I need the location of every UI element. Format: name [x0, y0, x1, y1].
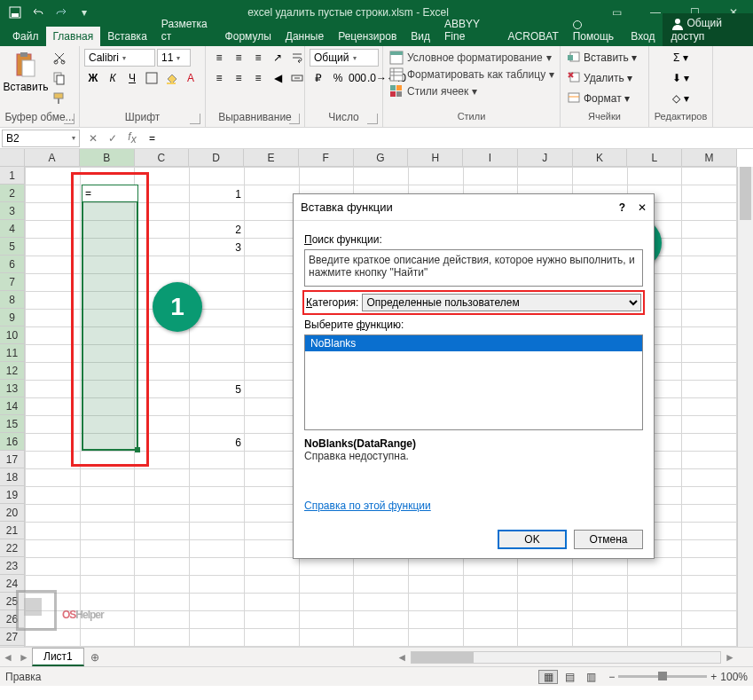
- cell[interactable]: [244, 203, 299, 221]
- cell[interactable]: [135, 594, 190, 611]
- tab-share[interactable]: Общий доступ: [663, 13, 753, 46]
- cell[interactable]: [189, 505, 244, 523]
- cell[interactable]: 5: [189, 381, 244, 398]
- cell[interactable]: [244, 434, 299, 452]
- currency-icon[interactable]: ₽: [310, 69, 327, 87]
- insert-cells-button[interactable]: Вставить ▾: [565, 49, 639, 67]
- copy-icon[interactable]: [51, 69, 68, 87]
- cell-styles-button[interactable]: Стили ячеек ▾: [389, 84, 477, 98]
- cell[interactable]: [682, 185, 737, 203]
- cell[interactable]: [135, 558, 190, 576]
- normal-view-icon[interactable]: ▦: [538, 670, 558, 684]
- cell[interactable]: [682, 611, 737, 629]
- cell[interactable]: [682, 239, 737, 256]
- cell[interactable]: [189, 398, 244, 416]
- cell[interactable]: [244, 363, 299, 381]
- autosum-icon[interactable]: Σ ▾: [672, 49, 690, 67]
- row-header[interactable]: 9: [0, 309, 24, 326]
- cell[interactable]: [682, 523, 737, 540]
- cell[interactable]: [189, 629, 244, 647]
- row-header[interactable]: 3: [0, 202, 24, 220]
- undo-icon[interactable]: [30, 4, 46, 20]
- cell[interactable]: [26, 629, 81, 647]
- cell[interactable]: [682, 434, 737, 452]
- cell[interactable]: [408, 576, 463, 594]
- row-header[interactable]: 4: [0, 220, 24, 238]
- clear-icon[interactable]: ◇ ▾: [672, 90, 690, 107]
- cell[interactable]: [135, 540, 190, 558]
- cancel-button[interactable]: Отмена: [574, 530, 643, 549]
- column-header[interactable]: H: [408, 149, 463, 166]
- row-header[interactable]: 27: [0, 628, 24, 646]
- align-middle-icon[interactable]: ≡: [230, 49, 247, 67]
- comma-icon[interactable]: 000: [349, 69, 366, 87]
- cell[interactable]: [189, 469, 244, 487]
- cell[interactable]: [244, 239, 299, 256]
- tab-acrobat[interactable]: ACROBAT: [501, 27, 566, 46]
- cell[interactable]: 6: [189, 434, 244, 452]
- cell[interactable]: [26, 558, 81, 576]
- tab-home[interactable]: Главная: [46, 27, 101, 46]
- cell[interactable]: [299, 576, 354, 594]
- cell[interactable]: 3: [189, 239, 244, 256]
- row-header[interactable]: 19: [0, 486, 24, 504]
- cell[interactable]: [26, 505, 81, 523]
- cell[interactable]: [354, 558, 409, 576]
- page-layout-icon[interactable]: ▤: [560, 670, 579, 684]
- sheet-tab[interactable]: Лист1: [32, 648, 84, 666]
- row-header[interactable]: 10: [0, 326, 24, 344]
- cell[interactable]: [682, 381, 737, 398]
- search-function-input[interactable]: Введите краткое описание действия, котор…: [304, 249, 643, 287]
- cell[interactable]: [80, 523, 135, 540]
- qat-customize-icon[interactable]: ▾: [76, 4, 92, 20]
- tab-abbyy[interactable]: ABBYY Fine: [437, 14, 501, 46]
- cell[interactable]: [26, 469, 81, 487]
- cell[interactable]: [135, 505, 190, 523]
- row-header[interactable]: 11: [0, 344, 24, 362]
- row-header[interactable]: 7: [0, 273, 24, 291]
- orientation-icon[interactable]: ↗: [269, 49, 286, 67]
- cell[interactable]: [244, 469, 299, 487]
- zoom-in-icon[interactable]: +: [710, 671, 717, 683]
- cell[interactable]: 1: [189, 185, 244, 203]
- font-size-selector[interactable]: 11▾: [157, 49, 191, 67]
- cell[interactable]: [682, 505, 737, 523]
- align-center-icon[interactable]: ≡: [230, 69, 247, 87]
- cell[interactable]: [682, 452, 737, 469]
- number-format-selector[interactable]: Общий▾: [310, 49, 379, 67]
- cell[interactable]: [244, 398, 299, 416]
- row-header[interactable]: 20: [0, 504, 24, 522]
- cell[interactable]: [244, 558, 299, 576]
- zoom-level[interactable]: 100%: [720, 671, 748, 683]
- cell[interactable]: [299, 629, 354, 647]
- wrap-text-icon[interactable]: [288, 49, 306, 67]
- italic-icon[interactable]: К: [104, 69, 122, 87]
- cell[interactable]: [189, 594, 244, 611]
- row-header[interactable]: 1: [0, 167, 24, 185]
- cell[interactable]: [244, 221, 299, 239]
- fx-icon[interactable]: fx: [126, 132, 138, 145]
- cell[interactable]: [244, 523, 299, 540]
- row-header[interactable]: 21: [0, 522, 24, 539]
- cell[interactable]: [627, 576, 682, 594]
- cell[interactable]: [682, 469, 737, 487]
- zoom-out-icon[interactable]: −: [608, 671, 615, 683]
- formula-bar[interactable]: =: [144, 132, 753, 145]
- cell[interactable]: [189, 363, 244, 381]
- cell[interactable]: [244, 168, 299, 185]
- cell[interactable]: [572, 594, 627, 611]
- align-right-icon[interactable]: ≡: [249, 69, 267, 87]
- column-header[interactable]: A: [25, 149, 80, 166]
- cell[interactable]: [518, 558, 573, 576]
- row-header[interactable]: 14: [0, 397, 24, 415]
- cell[interactable]: [408, 558, 463, 576]
- row-header[interactable]: 16: [0, 433, 24, 451]
- align-bottom-icon[interactable]: ≡: [249, 49, 267, 67]
- tab-formulas[interactable]: Формулы: [218, 27, 278, 46]
- cell[interactable]: [244, 345, 299, 363]
- column-header[interactable]: L: [627, 149, 682, 166]
- format-as-table-button[interactable]: Форматировать как таблицу ▾: [389, 67, 554, 82]
- cell[interactable]: [189, 345, 244, 363]
- number-dialog-launcher[interactable]: [367, 114, 378, 124]
- cell[interactable]: [26, 540, 81, 558]
